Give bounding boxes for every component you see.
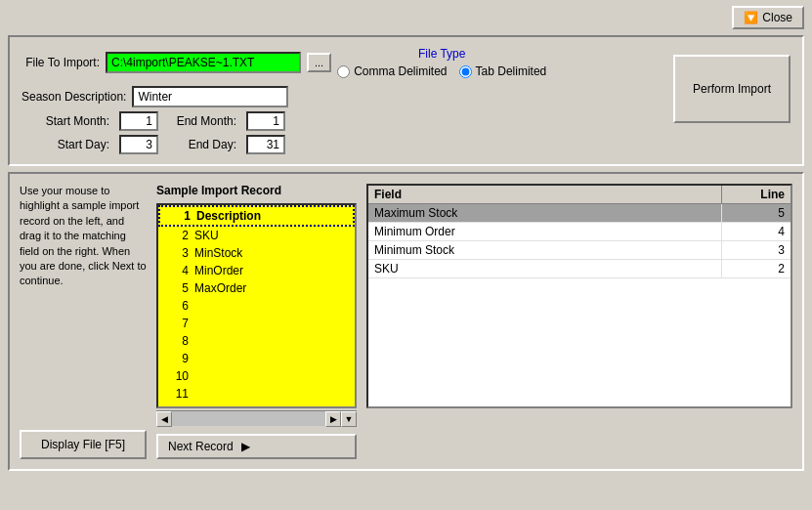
season-input[interactable] [132, 86, 288, 107]
map-row[interactable]: Minimum Order4 [368, 223, 791, 241]
sample-num: 11 [164, 387, 189, 401]
sample-list-item[interactable]: 6 [158, 297, 355, 315]
sample-num: 2 [164, 229, 189, 242]
end-day-label: End Day: [168, 138, 236, 151]
map-header: Field Line [368, 186, 791, 204]
next-record-label: Next Record [168, 440, 234, 453]
start-month-label: Start Month: [41, 114, 109, 128]
comma-label: Comma Delimited [354, 64, 447, 78]
bottom-section: Use your mouse to highlight a sample imp… [8, 172, 804, 471]
sample-text: MinOrder [194, 264, 243, 277]
top-section: File To Import: ... File Type Comma Deli… [8, 35, 804, 166]
sample-num: 5 [164, 281, 189, 295]
sample-num: 7 [164, 317, 189, 330]
file-input[interactable] [106, 52, 301, 73]
instructions-text: Use your mouse to highlight a sample imp… [20, 184, 147, 289]
scroll-left-button[interactable]: ◀ [156, 411, 172, 427]
sample-list-item[interactable]: 3MinStock [158, 244, 355, 262]
map-line-cell: 5 [722, 204, 791, 222]
sample-list-item[interactable]: 4MinOrder [158, 262, 355, 279]
sample-list-item[interactable]: 9 [158, 350, 355, 367]
sample-list-item[interactable]: 11 [158, 385, 355, 403]
mapping-table: Field Line Maximum Stock5Minimum Order4M… [366, 184, 792, 408]
display-file-button[interactable]: Display File [F5] [20, 430, 147, 459]
close-button[interactable]: 🔽 Close [732, 6, 804, 29]
end-month-label: End Month: [168, 114, 236, 128]
sample-text: Description [196, 209, 261, 223]
scrollbar-track[interactable] [172, 411, 325, 426]
comma-delimited-option[interactable]: Comma Delimited [337, 64, 447, 78]
sample-title: Sample Import Record [156, 184, 357, 197]
sample-list-item[interactable]: 8 [158, 332, 355, 350]
browse-button[interactable]: ... [307, 53, 331, 72]
file-row: File To Import: ... File Type Comma Deli… [21, 47, 663, 78]
map-field-cell: Minimum Order [368, 223, 722, 240]
sample-num: 8 [164, 334, 189, 348]
tab-delimited-option[interactable]: Tab Delimited [459, 64, 547, 78]
sample-record-col: Sample Import Record 1Description2SKU3Mi… [156, 184, 357, 459]
tab-radio[interactable] [459, 65, 472, 78]
map-field-cell: Minimum Stock [368, 241, 722, 259]
field-column-header: Field [368, 186, 722, 203]
map-line-cell: 2 [722, 260, 791, 277]
date-section: Start Month: End Month: Start Day: End D… [41, 111, 663, 154]
sample-num: 3 [164, 246, 189, 260]
map-line-cell: 3 [722, 241, 791, 259]
horizontal-scrollbar[interactable]: ◀ ▶ ▼ [156, 410, 357, 426]
sample-list-item[interactable]: 7 [158, 315, 355, 332]
sample-num: 6 [164, 299, 189, 313]
comma-radio[interactable] [337, 65, 350, 78]
sample-list-item[interactable]: 5MaxOrder [158, 279, 355, 297]
tab-label: Tab Delimited [476, 64, 547, 78]
sample-text: MaxOrder [194, 281, 246, 295]
main-panel: File To Import: ... File Type Comma Deli… [8, 35, 804, 471]
start-day-row: Start Day: End Day: [41, 135, 663, 154]
next-record-button[interactable]: Next Record ▶ [156, 434, 357, 459]
sample-text: MinStock [194, 246, 242, 260]
sample-num: 1 [166, 209, 191, 223]
end-day-input[interactable] [246, 135, 285, 154]
sample-num: 10 [164, 369, 189, 383]
file-type-group: File Type Comma Delimited Tab Delimited [337, 47, 546, 78]
start-day-label: Start Day: [41, 138, 109, 151]
sample-list[interactable]: 1Description2SKU3MinStock4MinOrder5MaxOr… [158, 205, 355, 406]
end-month-input[interactable] [246, 111, 285, 131]
start-day-input[interactable] [119, 135, 158, 154]
sample-list-item[interactable]: 1Description [158, 205, 355, 227]
top-left: File To Import: ... File Type Comma Deli… [21, 47, 663, 154]
next-record-arrow-icon: ▶ [241, 440, 250, 453]
start-month-input[interactable] [119, 111, 158, 131]
sample-num: 4 [164, 264, 189, 277]
season-label: Season Description: [21, 90, 126, 104]
sample-list-container: 1Description2SKU3MinStock4MinOrder5MaxOr… [156, 203, 357, 408]
sample-list-item[interactable]: 2SKU [158, 227, 355, 244]
sample-num: 9 [164, 352, 189, 365]
scroll-right-button[interactable]: ▶ [325, 411, 341, 427]
sample-list-item[interactable]: 10 [158, 367, 355, 385]
file-type-label: File Type [337, 47, 546, 61]
close-icon: 🔽 [744, 11, 758, 24]
title-bar: 🔽 Close [0, 0, 812, 35]
scroll-down-button[interactable]: ▼ [341, 411, 357, 427]
instructions-panel: Use your mouse to highlight a sample imp… [20, 184, 147, 459]
radio-row: Comma Delimited Tab Delimited [337, 64, 546, 78]
sample-text: SKU [194, 229, 219, 242]
start-month-row: Start Month: End Month: [41, 111, 663, 131]
map-row[interactable]: SKU2 [368, 260, 791, 278]
perform-import-button[interactable]: Perform Import [673, 55, 791, 123]
line-column-header: Line [722, 186, 791, 203]
season-row: Season Description: [21, 86, 663, 107]
map-field-cell: SKU [368, 260, 722, 277]
map-row[interactable]: Minimum Stock3 [368, 241, 791, 260]
file-to-import-label: File To Import: [21, 56, 100, 69]
map-line-cell: 4 [722, 223, 791, 240]
map-row[interactable]: Maximum Stock5 [368, 204, 791, 223]
map-field-cell: Maximum Stock [368, 204, 722, 222]
